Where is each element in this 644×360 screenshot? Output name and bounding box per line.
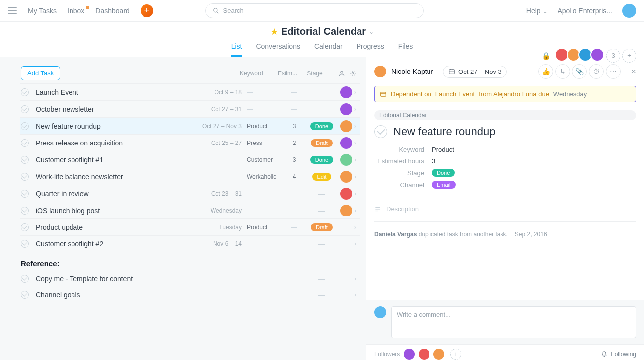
- task-stage: —: [306, 105, 337, 113]
- close-icon[interactable]: ×: [631, 67, 636, 77]
- tab-conversations[interactable]: Conversations: [256, 42, 300, 57]
- task-check-icon[interactable]: [21, 240, 29, 248]
- gear-icon[interactable]: [349, 70, 356, 77]
- add-member-button[interactable]: +: [622, 49, 636, 63]
- task-name: Work-life balance newsletter: [36, 173, 197, 181]
- task-row[interactable]: Customer spotlight #2Nov 6 – 14———›: [20, 235, 360, 252]
- task-check-icon[interactable]: [21, 223, 29, 231]
- col-estimate[interactable]: Estim...: [276, 70, 299, 77]
- task-name: Customer spotlight #1: [36, 156, 197, 164]
- task-estimate: —: [283, 224, 306, 231]
- more-icon[interactable]: ⋯: [606, 64, 621, 79]
- nav-inbox[interactable]: Inbox: [68, 7, 84, 15]
- task-assignee-avatar[interactable]: [340, 188, 352, 200]
- task-title[interactable]: New feature roundup: [393, 125, 495, 138]
- task-check-icon[interactable]: [21, 88, 29, 96]
- col-keyword[interactable]: Keyword: [240, 70, 276, 77]
- task-assignee-avatar[interactable]: [340, 205, 352, 216]
- menu-icon[interactable]: [8, 7, 17, 14]
- task-row[interactable]: iOS launch blog postWednesday———›: [20, 202, 360, 218]
- attachment-icon[interactable]: 📎: [572, 64, 587, 79]
- task-estimate: —: [283, 106, 306, 113]
- tab-calendar[interactable]: Calendar: [314, 42, 343, 57]
- following-toggle[interactable]: Following: [601, 351, 636, 358]
- due-date-chip[interactable]: Oct 27 – Nov 3: [443, 66, 507, 78]
- field-val-hours[interactable]: 3: [432, 157, 435, 165]
- field-val-channel[interactable]: Email: [432, 181, 456, 189]
- quick-add-button[interactable]: +: [141, 4, 153, 17]
- task-row[interactable]: New feature roundupOct 27 – Nov 3Product…: [20, 117, 360, 134]
- task-check-icon[interactable]: [21, 173, 29, 181]
- task-check-icon[interactable]: [21, 156, 29, 164]
- project-dropdown-icon[interactable]: ⌄: [369, 28, 374, 35]
- description-field[interactable]: Description: [366, 197, 644, 216]
- chevron-right-icon: ›: [354, 224, 356, 231]
- task-stage: Draft: [306, 223, 337, 231]
- task-row[interactable]: Work-life balance newsletterWorkaholic4E…: [20, 168, 360, 185]
- task-date: Oct 9 – 18: [197, 89, 247, 96]
- tab-list[interactable]: List: [231, 42, 242, 57]
- nav-dashboard[interactable]: Dashboard: [95, 7, 130, 15]
- task-name: Press release on acquisition: [36, 139, 197, 147]
- field-val-keyword[interactable]: Product: [432, 146, 454, 153]
- section-reference[interactable]: Reference:: [21, 259, 360, 268]
- task-row[interactable]: Customer spotlight #1Customer3Done›: [20, 151, 360, 168]
- assignee-avatar[interactable]: [374, 66, 386, 77]
- clock-icon[interactable]: ⏱: [589, 64, 604, 79]
- dependency-banner[interactable]: Dependent on Launch Event from Alejandro…: [374, 86, 636, 102]
- task-check-icon[interactable]: [21, 207, 29, 215]
- task-assignee-avatar[interactable]: [340, 86, 352, 98]
- follower-avatar[interactable]: [433, 349, 444, 360]
- task-check-icon[interactable]: [21, 122, 29, 130]
- tab-files[interactable]: Files: [398, 42, 413, 57]
- task-stage: Done: [306, 122, 337, 130]
- task-row[interactable]: Launch EventOct 9 – 18———›: [20, 83, 360, 100]
- add-follower-button[interactable]: +: [450, 349, 461, 360]
- complete-task-button[interactable]: [374, 125, 387, 138]
- add-task-button[interactable]: Add Task: [21, 66, 60, 80]
- like-icon[interactable]: 👍: [538, 64, 553, 79]
- task-row[interactable]: Quarter in reviewOct 23 – 31———›: [20, 185, 360, 202]
- field-val-stage[interactable]: Done: [432, 169, 455, 177]
- task-assignee-avatar[interactable]: [340, 120, 352, 132]
- follower-avatar[interactable]: [419, 349, 429, 360]
- task-check-icon[interactable]: [21, 190, 29, 198]
- person-icon[interactable]: [338, 70, 345, 77]
- user-avatar[interactable]: [622, 4, 636, 18]
- task-assignee-avatar[interactable]: [340, 103, 352, 115]
- task-assignee-avatar[interactable]: [340, 137, 352, 149]
- task-assignee-avatar[interactable]: [340, 171, 352, 183]
- assignee-name[interactable]: Nicole Kaptur: [391, 68, 433, 75]
- comment-input[interactable]: Write a comment...: [391, 306, 636, 338]
- task-check-icon[interactable]: [21, 105, 29, 113]
- task-estimate: 2: [283, 140, 306, 146]
- project-chip[interactable]: Editorial Calendar: [374, 110, 636, 120]
- lock-icon[interactable]: 🔒: [539, 49, 553, 63]
- task-stage: Edit: [306, 172, 337, 181]
- chevron-right-icon: ›: [354, 173, 356, 180]
- task-row[interactable]: Channel goals———›: [20, 287, 360, 303]
- notification-dot-icon: [86, 6, 89, 9]
- help-link[interactable]: Help ⌄: [526, 7, 548, 15]
- workspace-menu[interactable]: Apollo Enterpris...: [558, 7, 613, 15]
- task-row[interactable]: Press release on acquisitionOct 25 – 27P…: [20, 134, 360, 151]
- follower-avatar[interactable]: [404, 349, 415, 360]
- task-row[interactable]: Copy me - Template for content———›: [20, 270, 360, 287]
- tab-progress[interactable]: Progress: [357, 42, 384, 57]
- svg-point-3: [352, 72, 354, 74]
- task-row[interactable]: October newsletterOct 27 – 31———›: [20, 100, 360, 117]
- task-assignee-avatar[interactable]: [340, 154, 352, 166]
- member-avatar[interactable]: [590, 48, 604, 62]
- col-stage[interactable]: Stage: [299, 70, 330, 77]
- task-check-icon[interactable]: [21, 275, 29, 283]
- task-check-icon[interactable]: [21, 291, 29, 299]
- nav-my-tasks[interactable]: My Tasks: [28, 7, 57, 15]
- task-check-icon[interactable]: [21, 139, 29, 147]
- task-row[interactable]: Product updateTuesdayProduct—Draft›: [20, 218, 360, 235]
- subtask-icon[interactable]: ↳: [555, 64, 570, 79]
- search-input[interactable]: Search: [205, 3, 424, 18]
- task-estimate: —: [283, 190, 306, 197]
- star-icon[interactable]: ★: [270, 26, 278, 37]
- project-title[interactable]: Editorial Calendar: [281, 26, 366, 37]
- member-overflow[interactable]: 3: [606, 49, 620, 63]
